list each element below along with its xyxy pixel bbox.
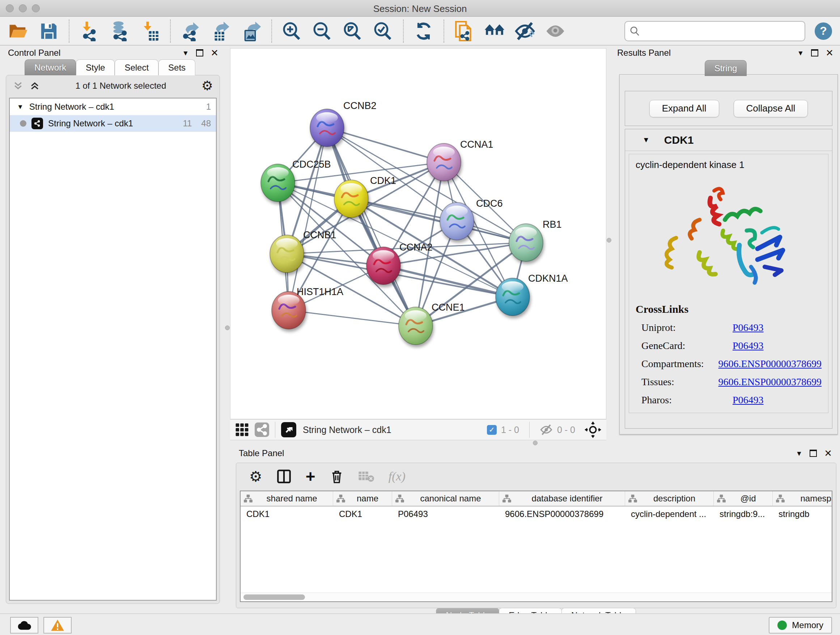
import-network-database-icon[interactable] [109,21,130,42]
tab-sets[interactable]: Sets [158,59,195,75]
tab-select[interactable]: Select [115,59,158,75]
table-hscrollbar[interactable] [240,593,832,601]
network-row[interactable]: String Network – cdk1 11 48 [10,115,216,132]
tab-string[interactable]: String [705,60,747,76]
crosslink-label: Pharos: [636,394,733,406]
detach-view-icon[interactable] [281,422,296,437]
node-CDK1[interactable] [334,180,368,218]
column-header-canonical-name[interactable]: canonical name [392,491,499,506]
table-row[interactable]: CDK1CDK1P064939606.ENSP00000378699cyclin… [240,507,832,523]
clone-network-icon[interactable] [454,21,475,42]
collapse-all-button[interactable]: Collapse All [734,100,808,117]
float-panel-icon[interactable] [811,49,818,57]
close-panel-icon[interactable]: ✕ [824,448,832,458]
collection-label: String Network – cdk1 [29,102,114,112]
network-view[interactable]: CCNB2CCNA1CDC25BCDK1CDC6RB1CCNB1CCNA2CDK… [230,48,606,419]
table-cell: 9606.ENSP00000378699 [499,507,625,523]
left-splitter-handle[interactable] [225,325,230,330]
edge-CCNE1-HIST1H1A[interactable] [289,310,416,326]
zoom-selected-icon[interactable] [373,21,393,42]
table-cell: stringdb:9... [714,507,773,523]
gene-section-header[interactable]: ▼ CDK1 [625,129,832,151]
node-label-HIST1H1A: HIST1H1A [297,287,343,297]
network-options-gear-icon[interactable]: ⚙ [202,79,213,92]
float-panel-icon[interactable] [196,49,203,57]
horizontal-splitter-handle[interactable] [533,440,538,445]
edge-CCNB2-HIST1H1A[interactable] [289,128,327,310]
save-session-icon[interactable] [38,21,59,42]
node-CCNB1[interactable] [270,235,304,272]
grid-view-icon[interactable] [235,423,249,437]
show-all-icon[interactable] [545,21,566,42]
node-RB1[interactable] [509,224,543,261]
column-header-namespace[interactable]: namespace [773,491,832,506]
edge-CCNB2-CCNA1[interactable] [327,128,444,162]
crosslink-link[interactable]: 9606.ENSP00000378699 [718,358,821,370]
selected-checkbox-icon[interactable]: ✓ [487,425,497,435]
refresh-icon[interactable] [413,21,434,42]
zoom-fit-icon[interactable] [342,21,363,42]
crosslink-link[interactable]: P06493 [733,322,764,333]
node-CDC6[interactable] [440,203,474,240]
network-canvas[interactable]: CCNB2CCNA1CDC25BCDK1CDC6RB1CCNB1CCNA2CDK… [231,49,606,419]
tree-expander-icon[interactable]: ▼ [17,103,24,111]
birdseye-crosshair-icon[interactable] [584,421,601,438]
node-CDC25B[interactable] [261,164,295,202]
export-table-icon[interactable] [210,21,232,42]
zoom-out-icon[interactable] [312,21,333,42]
column-header-database-identifier[interactable]: database identifier [499,491,625,506]
expand-all-button[interactable]: Expand All [649,100,719,117]
table-hscrollbar-thumb[interactable] [243,594,305,600]
close-panel-icon[interactable]: ✕ [210,48,218,57]
hide-selected-icon[interactable] [515,21,535,42]
collapse-panel-icon[interactable]: ▼ [182,50,189,57]
export-image-icon[interactable] [241,21,262,42]
create-column-icon[interactable]: + [306,470,316,483]
help-icon[interactable]: ? [815,22,832,40]
cloud-button[interactable] [10,617,38,633]
search-input[interactable] [624,21,805,41]
crosslink-link[interactable]: P06493 [733,394,764,406]
column-header-name[interactable]: name [333,491,392,506]
warnings-button[interactable] [43,617,72,633]
expand-all-icon[interactable] [29,80,40,91]
table-gear-icon[interactable]: ⚙ [249,469,262,484]
right-splitter-handle[interactable] [607,238,611,242]
toolbar-separator [403,19,404,43]
node-CCNE1[interactable] [399,307,433,345]
network-view-share-icon[interactable] [255,423,269,437]
node-CCNA1[interactable] [427,143,461,181]
collapse-all-icon[interactable] [13,80,24,91]
collapse-panel-icon[interactable]: ▼ [796,450,802,457]
export-network-icon[interactable] [180,21,201,42]
column-header-shared-name[interactable]: shared name [240,491,333,506]
delete-table-icon[interactable] [358,470,374,483]
hidden-eye-icon[interactable] [540,423,553,436]
node-CCNB2[interactable] [310,109,344,147]
close-panel-icon[interactable]: ✕ [826,48,834,57]
node-label-RB1: RB1 [543,219,562,230]
crosslink-link[interactable]: P06493 [733,340,764,352]
import-table-icon[interactable] [140,21,161,42]
gene-expander-icon[interactable]: ▼ [643,136,650,144]
tab-network[interactable]: Network [25,59,76,75]
column-header-description[interactable]: description [625,491,714,506]
float-panel-icon[interactable] [810,450,817,457]
function-builder-icon[interactable]: f(x) [388,470,406,483]
open-session-icon[interactable] [8,21,29,42]
node-CDKN1A[interactable] [496,278,530,316]
selected-counts: 1 - 0 [501,424,519,435]
collapse-panel-icon[interactable]: ▼ [797,50,804,57]
zoom-in-icon[interactable] [281,21,302,42]
network-collection-row[interactable]: ▼ String Network – cdk1 1 [10,98,216,115]
houses-icon[interactable] [484,21,505,42]
node-CCNA2[interactable] [366,247,401,285]
show-columns-icon[interactable] [277,469,291,484]
delete-column-icon[interactable] [330,469,344,484]
crosslink-link[interactable]: 9606.ENSP00000378699 [718,376,821,388]
column-header-@id[interactable]: @id [714,491,773,506]
memory-button[interactable]: Memory [769,617,832,633]
import-network-file-icon[interactable] [79,21,100,42]
tab-style[interactable]: Style [76,59,115,75]
crosslinks-heading: CrossLinks [636,303,821,315]
